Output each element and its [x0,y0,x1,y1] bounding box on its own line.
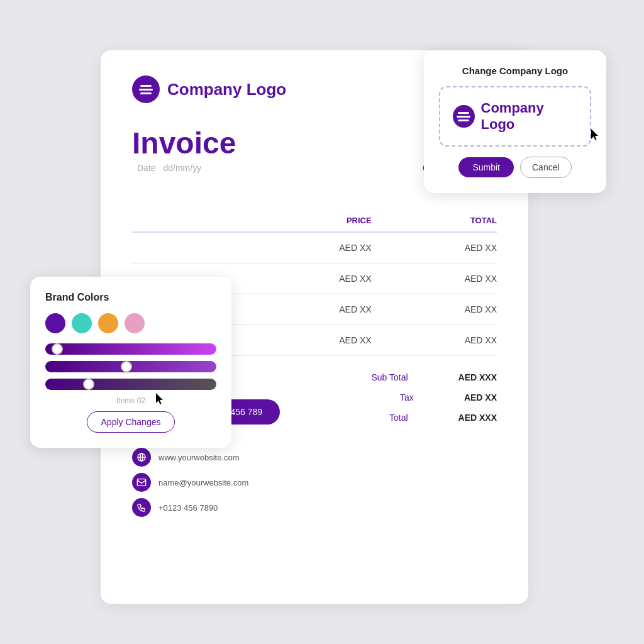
tax-value: AED XX [464,389,497,406]
slider-3-thumb[interactable] [83,379,94,390]
col-price: PRICE [246,209,371,232]
subtotal-label: Sub Total [371,369,408,386]
modal-actions: Sumbit Cancel [439,157,591,178]
apply-changes-button[interactable]: Apply Changes [87,411,175,433]
items-label: Items 02 [45,396,216,405]
total-row: Total AED XXX [371,409,497,426]
invoice-date: Date dd/mm/yy [132,163,236,173]
brand-colors-panel: Brand Colors Items 02 Apply Changes [30,277,231,448]
color-swatch-purple[interactable] [45,313,65,333]
slider-1-wrap [45,343,216,355]
item-2-total: AED XX [372,264,497,294]
modal-logo-preview: Company Logo [439,86,591,147]
subtotal-row: Sub Total AED XXX [371,369,497,386]
item-4-price: AED XX [246,325,371,356]
tax-label: Tax [400,389,414,406]
website-text: www.yourwebsite.com [158,453,240,462]
slider-2-thumb[interactable] [121,361,132,372]
slider-3-wrap [45,379,216,390]
email-icon [132,473,151,492]
date-value: dd/mm/yy [163,163,201,173]
slider-2-wrap [45,361,216,372]
color-swatch-orange[interactable] [98,313,118,333]
footer-email: name@yourwebsite.com [132,473,497,492]
footer-phone: +0123 456 7890 [132,498,497,517]
invoice-footer: www.yourwebsite.com name@yourwebsite.com… [132,448,497,517]
brand-colors-title: Brand Colors [45,292,216,303]
slider-1-track [45,343,216,355]
modal-title: Change Company Logo [439,65,591,76]
change-logo-modal: Change Company Logo Company Logo Sumbit … [424,50,606,193]
total-value: AED XXX [458,409,497,426]
tax-row: Tax AED XX [371,389,497,406]
subtotal-value: AED XXX [458,369,497,386]
logo-icon [132,75,160,103]
color-swatch-teal[interactable] [72,313,92,333]
item-3-price: AED XX [246,294,371,325]
phone-text: +0123 456 7890 [158,503,218,513]
modal-logo-icon [453,105,475,128]
item-1-total: AED XX [372,232,497,264]
slider-3-track [45,379,216,390]
footer-website: www.yourwebsite.com [132,448,497,467]
apply-btn-wrap: Apply Changes [45,411,216,433]
color-swatches [45,313,216,333]
item-4-total: AED XX [372,325,497,356]
svg-rect-1 [137,479,145,486]
item-1-name [132,232,246,264]
submit-button[interactable]: Sumbit [458,157,514,177]
date-label: Date [137,163,156,173]
logo-text: Company Logo [167,80,286,99]
invoice-title: Invoice [132,126,236,160]
col-total: TOTAL [372,209,497,232]
item-2-price: AED XX [246,264,371,294]
table-row: AED XX AED XX [132,232,497,264]
slider-2-track [45,361,216,372]
cancel-button[interactable]: Cancel [520,157,572,178]
phone-icon [132,498,151,517]
slider-1-thumb[interactable] [52,343,63,355]
totals-area: Sub Total AED XXX Tax AED XX Total AED X… [371,369,497,429]
email-text: name@yourwebsite.com [158,478,248,487]
total-label: Total [389,409,408,426]
color-swatch-pink[interactable] [125,313,145,333]
item-1-price: AED XX [246,232,371,264]
modal-logo-text: Company Logo [481,100,577,133]
globe-icon [132,448,151,467]
invoice-title-area: Invoice Date dd/mm/yy [132,126,236,173]
col-item [132,209,246,232]
item-3-total: AED XX [372,294,497,325]
